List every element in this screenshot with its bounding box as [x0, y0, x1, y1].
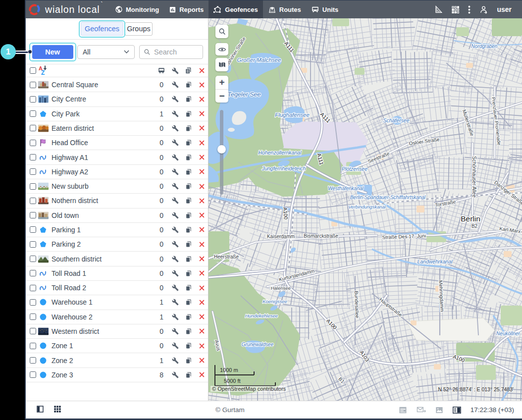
svg-text:Grunewaldsee: Grunewaldsee: [242, 342, 274, 347]
svg-text:Bismarckstraße: Bismarckstraße: [304, 233, 338, 239]
svg-text:Neuköllner: Neuköllner: [496, 331, 520, 336]
svg-text:Tegeler See: Tegeler See: [228, 91, 261, 98]
svg-text:Koenigssee: Koenigssee: [262, 299, 287, 304]
svg-text:Hundekehlesee: Hundekehlesee: [245, 313, 278, 318]
svg-text:Berlin-Spandauer-Schiffahrtska: Berlin-Spandauer-Schiffahrtskanal: [350, 195, 426, 200]
svg-text:Bundesallee: Bundesallee: [354, 291, 360, 318]
svg-text:Westhafenkanal: Westhafenkanal: [328, 186, 364, 191]
svg-text:1000 m: 1000 m: [220, 367, 238, 373]
svg-text:Landwehrkanal: Landwehrkanal: [417, 259, 453, 264]
svg-text:Verbindungskanal: Verbindungskanal: [348, 204, 386, 210]
svg-text:Flughafensee: Flughafensee: [275, 112, 310, 118]
svg-text:Kaiserdamm: Kaiserdamm: [267, 234, 295, 239]
svg-text:Großer Malchsee: Großer Malchsee: [237, 57, 281, 63]
svg-text:Hohenzollernkanal: Hohenzollernkanal: [259, 150, 302, 156]
svg-text:Jungfernheideteich: Jungfernheideteich: [261, 165, 306, 171]
svg-text:Schäfersee: Schäfersee: [383, 117, 409, 123]
svg-text:Plötzensee: Plötzensee: [342, 166, 367, 172]
svg-text:Heerstraße: Heerstraße: [214, 254, 239, 260]
svg-text:Nordgraben: Nordgraben: [471, 44, 498, 49]
svg-text:Schönhauser Allee: Schönhauser Allee: [471, 156, 477, 198]
svg-text:A100: A100: [282, 207, 289, 220]
svg-text:B2: B2: [471, 223, 478, 229]
svg-text:Berlin: Berlin: [461, 214, 480, 223]
svg-text:Halensee: Halensee: [271, 285, 291, 291]
svg-text:5000 ft: 5000 ft: [224, 378, 241, 384]
